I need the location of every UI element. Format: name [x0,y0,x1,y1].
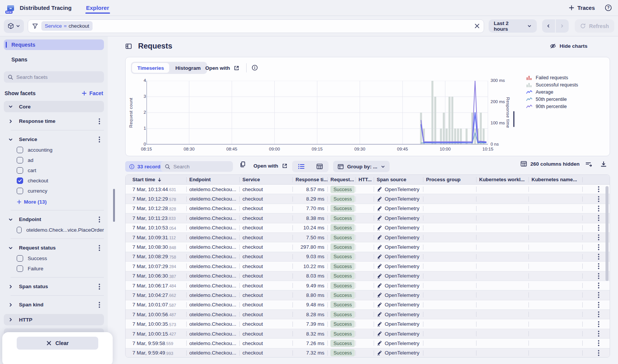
facet-option-currency[interactable]: currency [4,186,104,196]
table-row[interactable]: 7 Mar, 10:00:56.487 oteldemo.Checkou... … [126,310,610,319]
tab-explorer[interactable]: Explorer [85,1,110,15]
row-menu-button[interactable] [593,204,604,213]
row-menu-button[interactable] [593,329,604,338]
checkbox-unchecked[interactable] [17,255,23,262]
kebab-menu-icon[interactable] [96,301,102,309]
filter-chip-service[interactable]: Service = checkout [41,21,93,31]
facet-option-accounting[interactable]: accounting [4,145,104,155]
facet-group-response-time[interactable]: Response time [4,116,104,127]
table-row[interactable]: 7 Mar, 10:12:29.578 oteldemo.Checkou... … [126,194,610,204]
download-icon[interactable] [600,161,607,168]
col-process-group[interactable]: Process group [423,175,476,184]
facet-group-span-kind[interactable]: Span kind [4,299,104,310]
facet-group-http[interactable]: HTTP [4,314,104,325]
kebab-menu-icon[interactable] [96,244,102,252]
facet-group-request-status[interactable]: Request status [4,242,104,253]
checkbox-unchecked[interactable] [17,157,23,163]
col-kubernetes-workload[interactable]: Kubernetes workl... [476,175,528,184]
col-kubernetes-namespace[interactable]: Kubernetes name... [528,175,582,184]
col-http[interactable]: HTT... [355,175,374,184]
columns-hidden-indicator[interactable]: 260 columns hidden [521,161,580,167]
row-menu-button[interactable] [593,300,604,309]
row-menu-button[interactable] [593,319,604,328]
table-row[interactable]: 7 Mar, 9:59:49.993 oteldemo.Checkou... c… [126,348,610,358]
table-row[interactable]: 7 Mar, 10:13:44.631 oteldemo.Checkou... … [126,185,610,194]
checkbox-unchecked[interactable] [17,265,23,272]
manage-columns-icon[interactable] [585,161,593,168]
facet-search[interactable] [4,71,104,83]
table-search[interactable] [161,161,233,172]
table-row[interactable]: 7 Mar, 10:04:27.662 oteldemo.Checkou... … [126,290,610,300]
time-back-button[interactable] [542,19,555,33]
legend-scrollbar[interactable] [513,111,514,127]
chart-open-with-button[interactable]: Open with [205,65,240,71]
table-scrollbar[interactable] [605,186,609,281]
legend-item[interactable]: 50th percentile [526,96,578,103]
kebab-menu-icon[interactable] [96,283,102,290]
row-menu-button[interactable] [593,348,604,358]
row-menu-button[interactable] [593,223,604,232]
checkbox-checked[interactable] [17,177,23,184]
row-menu-button[interactable] [593,262,604,271]
table-row[interactable]: 7 Mar, 10:10:53.054 oteldemo.Checkou... … [126,223,610,233]
info-icon[interactable] [252,64,258,71]
row-menu-button[interactable] [593,213,604,223]
kebab-menu-icon[interactable] [96,216,102,223]
col-span-source[interactable]: Span source [374,175,423,184]
tab-timeseries[interactable]: Timeseries [132,63,169,73]
legend-item[interactable]: Average [526,88,578,96]
list-view-icon[interactable] [298,163,305,169]
row-menu-button[interactable] [593,310,604,319]
col-service[interactable]: Service [239,175,292,184]
time-range-button[interactable]: Last 2 hours [489,19,537,33]
table-row[interactable]: 7 Mar, 10:07:29.284 oteldemo.Checkou... … [126,262,610,271]
table-row[interactable]: 7 Mar, 10:00:35.573 oteldemo.Checkou... … [126,319,610,329]
facet-option-placeorder[interactable]: oteldemo.Check...vice.PlaceOrder [4,225,104,235]
kebab-menu-icon[interactable] [96,118,102,125]
table-row[interactable]: 7 Mar, 10:11:23.833 oteldemo.Checkou... … [126,213,610,223]
table-view-icon[interactable] [316,163,323,169]
help-icon[interactable]: ? [605,4,612,11]
row-menu-button[interactable] [593,233,604,242]
facet-search-input[interactable] [16,74,92,80]
facet-group-core[interactable]: Core [4,101,104,112]
facet-option-checkout[interactable]: checkout [4,176,104,186]
facet-option-ad[interactable]: ad [4,155,104,165]
table-row[interactable]: 7 Mar, 10:06:30.387 oteldemo.Checkou... … [126,271,610,281]
sidebar-scrollbar[interactable] [113,189,115,222]
more-services-link[interactable]: More (13) [4,197,104,207]
facet-option-success[interactable]: Success [4,253,104,264]
table-row[interactable]: 7 Mar, 10:12:28.828 oteldemo.Checkou... … [126,204,610,213]
col-endpoint[interactable]: Endpoint [186,175,239,184]
table-row[interactable]: 7 Mar, 10:06:17.484 oteldemo.Checkou... … [126,281,610,290]
legend-item[interactable]: 90th percentile [526,103,578,110]
facet-group-span-status[interactable]: Span status [4,281,104,292]
group-by-button[interactable]: Group by: ... [333,161,390,172]
checkbox-unchecked[interactable] [17,147,23,153]
row-menu-button[interactable] [593,339,604,348]
table-row[interactable]: 7 Mar, 10:00:15.427 oteldemo.Checkou... … [126,329,610,339]
row-menu-button[interactable] [593,271,604,281]
sidebar-item-requests[interactable]: Requests [4,39,104,50]
clear-filters-button[interactable]: Clear [17,337,98,350]
row-menu-button[interactable] [593,185,604,194]
table-row[interactable]: 7 Mar, 10:08:29.758 oteldemo.Checkou... … [126,252,610,262]
traces-button[interactable]: Traces [569,5,595,11]
table-row[interactable]: 7 Mar, 9:59:58.559 oteldemo.Checkou... c… [126,339,610,348]
copy-icon[interactable] [239,161,246,168]
table-open-with-button[interactable]: Open with [253,163,288,169]
table-search-input[interactable] [173,164,226,169]
col-request-status[interactable]: Request... [327,175,355,184]
table-row[interactable]: 7 Mar, 10:08:30.848 oteldemo.Checkou... … [126,242,610,252]
row-menu-button[interactable] [593,290,604,300]
scope-selector-button[interactable] [4,19,24,33]
refresh-button[interactable]: Refresh [575,19,614,33]
facet-group-service[interactable]: Service [4,134,104,145]
table-row[interactable]: 7 Mar, 10:09:31.112 oteldemo.Checkou... … [126,233,610,242]
row-menu-button[interactable] [593,281,604,290]
checkbox-unchecked[interactable] [17,188,23,194]
table-row[interactable]: 7 Mar, 10:01:07.587 oteldemo.Checkou... … [126,300,610,310]
facet-group-endpoint[interactable]: Endpoint [4,214,104,225]
filter-query-input[interactable]: Service = checkout [28,19,484,33]
collapse-panel-icon[interactable] [125,43,132,50]
